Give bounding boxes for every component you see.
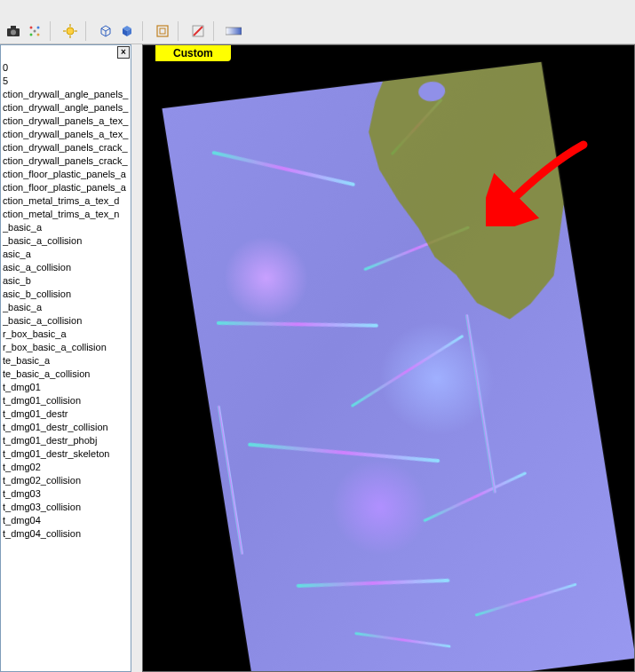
svg-point-8: [67, 28, 74, 35]
svg-point-7: [34, 29, 36, 32]
list-item[interactable]: ction_drywall_angle_panels_: [3, 88, 131, 101]
sidebar-close-button[interactable]: ×: [117, 46, 130, 59]
list-item[interactable]: te_basic_a: [3, 354, 131, 368]
svg-line-15: [194, 27, 202, 36]
svg-rect-14: [160, 28, 165, 34]
list-item[interactable]: _basic_a_collision: [3, 234, 131, 248]
toolbar-separator: [85, 21, 91, 41]
splitter[interactable]: [131, 44, 142, 672]
list-item[interactable]: t_dmg03_collision: [3, 501, 131, 514]
list-item[interactable]: te_basic_a_collision: [3, 368, 131, 381]
sidebar-panel: × 05ction_drywall_angle_panels_ction_dry…: [0, 44, 131, 672]
svg-rect-13: [157, 26, 168, 36]
gradient-icon[interactable]: [224, 21, 243, 41]
bounds-icon[interactable]: [153, 21, 172, 41]
list-item[interactable]: r_box_basic_a: [3, 328, 131, 341]
toolbar: [0, 0, 635, 44]
list-item[interactable]: asic_a_collision: [3, 261, 131, 274]
svg-rect-1: [11, 26, 16, 29]
list-item[interactable]: t_dmg03: [3, 487, 131, 501]
svg-point-6: [37, 33, 40, 36]
svg-point-5: [30, 33, 33, 36]
list-item[interactable]: t_dmg02_collision: [3, 474, 131, 487]
list-item[interactable]: ction_floor_plastic_panels_a: [3, 168, 131, 181]
svg-rect-18: [226, 28, 242, 35]
list-item[interactable]: ction_drywall_angle_panels_: [3, 101, 131, 115]
viewport-mode-label[interactable]: Custom: [155, 45, 231, 61]
asset-list[interactable]: 05ction_drywall_angle_panels_ction_drywa…: [1, 45, 131, 541]
toolbar-separator: [142, 21, 147, 41]
list-item[interactable]: r_box_basic_a_collision: [3, 341, 131, 354]
list-item[interactable]: _basic_a_collision: [3, 314, 131, 328]
main-area: × 05ction_drywall_angle_panels_ction_dry…: [0, 44, 635, 672]
list-item[interactable]: ction_drywall_panels_crack_: [3, 154, 131, 168]
list-item[interactable]: ction_metal_trims_a_tex_d: [3, 194, 131, 208]
toolbar-separator: [50, 21, 55, 41]
list-item[interactable]: ction_drywall_panels_crack_: [3, 141, 131, 154]
toolbar-separator: [213, 21, 218, 41]
list-item[interactable]: asic_a: [3, 248, 131, 261]
points-icon[interactable]: [25, 21, 44, 41]
sun-icon[interactable]: [60, 21, 80, 41]
toolbar-separator: [178, 21, 183, 41]
textured-mesh[interactable]: [162, 62, 635, 672]
list-item[interactable]: 0: [3, 61, 131, 75]
list-item[interactable]: t_dmg04: [3, 514, 131, 527]
list-item[interactable]: t_dmg01_destr_phobj: [3, 434, 131, 447]
cube-wire-icon[interactable]: [96, 21, 115, 41]
list-item[interactable]: _basic_a: [3, 221, 131, 234]
slash-icon[interactable]: [188, 21, 208, 41]
list-item[interactable]: ction_floor_plastic_panels_a: [3, 181, 131, 194]
list-item[interactable]: asic_b: [3, 274, 131, 288]
list-item[interactable]: t_dmg02: [3, 461, 131, 474]
camera-icon[interactable]: [4, 21, 23, 41]
list-item[interactable]: ction_drywall_panels_a_tex_: [3, 115, 131, 128]
svg-point-4: [37, 26, 40, 28]
list-item[interactable]: asic_b_collision: [3, 288, 131, 301]
list-item[interactable]: 5: [3, 75, 131, 88]
list-item[interactable]: ction_drywall_panels_a_tex_: [3, 128, 131, 141]
list-item[interactable]: t_dmg01: [3, 381, 131, 394]
list-item[interactable]: _basic_a: [3, 301, 131, 314]
list-item[interactable]: t_dmg04_collision: [3, 527, 131, 541]
svg-point-3: [30, 26, 33, 28]
viewport-3d[interactable]: Custom: [142, 44, 635, 672]
list-item[interactable]: ction_metal_trims_a_tex_n: [3, 208, 131, 221]
list-item[interactable]: t_dmg01_destr_skeleton: [3, 447, 131, 461]
svg-point-2: [11, 29, 16, 35]
cube-solid-icon[interactable]: [117, 21, 137, 41]
list-item[interactable]: t_dmg01_collision: [3, 394, 131, 407]
list-item[interactable]: t_dmg01_destr: [3, 407, 131, 421]
list-item[interactable]: t_dmg01_destr_collision: [3, 421, 131, 434]
